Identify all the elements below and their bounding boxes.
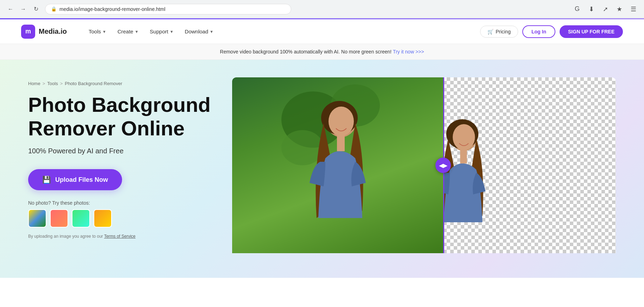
chevron-down-icon: ▼: [135, 30, 139, 34]
logo-icon: m: [21, 25, 35, 39]
sample-thumb-1[interactable]: [28, 209, 46, 228]
woman-with-background: [232, 77, 443, 253]
nav-menu: Tools ▼ Create ▼ Support ▼ Download ▼: [84, 26, 469, 37]
hero-subtitle: 100% Powered by AI and Free: [28, 147, 211, 155]
breadcrumb-current: Photo Background Remover: [65, 81, 122, 86]
breadcrumb: Home > Tools > Photo Background Remover: [28, 81, 211, 86]
slider-arrows-icon: ◀▶: [439, 162, 447, 169]
woman-no-background: [443, 98, 510, 253]
sample-thumb-3[interactable]: [72, 209, 90, 228]
upload-button-label: Upload Files Now: [55, 176, 108, 184]
login-button[interactable]: Log In: [522, 25, 555, 38]
hero-image-comparison: ◀▶: [232, 77, 616, 253]
nav-create[interactable]: Create ▼: [113, 26, 144, 37]
removed-background-image: [443, 77, 616, 253]
download-icon[interactable]: ⬇: [586, 4, 596, 14]
sample-photos-label: No photo? Try these photos:: [28, 200, 211, 206]
browser-nav-buttons: ← → ↻: [6, 4, 41, 14]
upload-button[interactable]: 💾 Upload Files Now: [28, 169, 122, 190]
svg-point-9: [453, 124, 475, 150]
url-text: media.io/image-background-remover-online…: [59, 6, 165, 12]
pricing-button[interactable]: 🛒 Pricing: [480, 26, 518, 38]
hero-content-left: Home > Tools > Photo Background Remover …: [28, 81, 211, 253]
image-comparison-container: ◀▶: [232, 77, 616, 253]
share-icon[interactable]: ➚: [600, 4, 610, 14]
banner-link[interactable]: Try it now >>>: [393, 49, 424, 55]
browser-actions: G ⬇ ➚ ★ ☰: [572, 4, 638, 14]
breadcrumb-separator: >: [60, 81, 63, 86]
banner-text: Remove video background 100% automatical…: [220, 49, 391, 55]
back-button[interactable]: ←: [6, 4, 15, 14]
svg-rect-6: [337, 134, 345, 151]
sample-thumb-4[interactable]: [94, 209, 112, 228]
nav-actions: 🛒 Pricing Log In SIGN UP FOR FREE: [480, 25, 623, 38]
slider-handle[interactable]: ◀▶: [435, 158, 451, 173]
page-title: Photo Background Remover Online: [28, 93, 211, 140]
forward-button[interactable]: →: [18, 4, 28, 14]
address-bar[interactable]: 🔒 media.io/image-background-remover-onli…: [45, 4, 291, 14]
breadcrumb-home[interactable]: Home: [28, 81, 40, 86]
sample-photos: No photo? Try these photos:: [28, 200, 211, 228]
cart-icon: 🛒: [487, 29, 493, 34]
nav-tools[interactable]: Tools ▼: [84, 26, 111, 37]
terms-link[interactable]: Terms of Service: [104, 234, 135, 239]
browser-chrome: ← → ↻ 🔒 media.io/image-background-remove…: [0, 0, 644, 18]
google-icon[interactable]: G: [572, 4, 582, 14]
promo-banner: Remove video background 100% automatical…: [0, 44, 644, 60]
nav-download[interactable]: Download ▼: [180, 26, 218, 37]
breadcrumb-separator: >: [43, 81, 45, 86]
chevron-down-icon: ▼: [170, 30, 173, 34]
refresh-button[interactable]: ↻: [31, 4, 41, 14]
original-image: [232, 77, 443, 253]
sample-thumbnails: [28, 209, 211, 228]
hero-section: Home > Tools > Photo Background Remover …: [0, 60, 644, 278]
svg-point-5: [329, 107, 354, 136]
logo-text: Media.io: [39, 27, 67, 36]
terms-notice: By uploading an image you agree to our T…: [28, 234, 211, 239]
main-navigation: m Media.io Tools ▼ Create ▼ Support ▼ Do…: [0, 19, 644, 44]
breadcrumb-tools[interactable]: Tools: [47, 81, 58, 86]
svg-rect-10: [460, 148, 467, 164]
upload-icon: 💾: [42, 175, 51, 184]
signup-button[interactable]: SIGN UP FOR FREE: [560, 25, 623, 38]
sample-thumb-2[interactable]: [50, 209, 68, 228]
nav-support[interactable]: Support ▼: [145, 26, 178, 37]
chevron-down-icon: ▼: [210, 30, 213, 34]
logo-link[interactable]: m Media.io: [21, 25, 67, 39]
chevron-down-icon: ▼: [102, 30, 106, 34]
menu-icon[interactable]: ☰: [629, 4, 638, 14]
lock-icon: 🔒: [51, 6, 57, 12]
bookmark-icon[interactable]: ★: [614, 4, 624, 14]
